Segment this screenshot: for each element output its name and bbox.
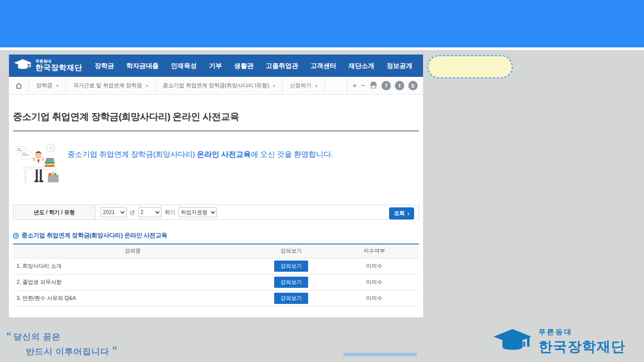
home-icon[interactable] bbox=[9, 77, 29, 94]
blog-icon[interactable]: b bbox=[408, 81, 418, 90]
footer-logo-name: 한국장학재단 bbox=[538, 339, 626, 354]
breadcrumb: 장학금 ▾ 국가근로 및 취업연계 장학금 ▾ 중소기업 취업연계 장학금(희망… bbox=[9, 77, 423, 95]
footer-logo: 푸른등대 한국장학재단 bbox=[491, 327, 626, 357]
chevron-down-icon: ▾ bbox=[146, 84, 148, 88]
completion-status: 미이수 bbox=[330, 290, 419, 306]
facebook-icon[interactable]: f bbox=[381, 81, 391, 90]
menu-scholarship[interactable]: 장학금 bbox=[95, 62, 114, 70]
completion-status: 미이수 bbox=[330, 274, 419, 290]
welcome-message: 중소기업 취업연계 장학금(희망사다리) 온라인 사전교육에 오신 것을 환영합… bbox=[68, 149, 333, 160]
view-lecture-button[interactable]: 강의보기 bbox=[274, 293, 308, 304]
site-header: 푸른등대 한국장학재단 장학금 학자금대출 인재육성 기부 생활관 고졸취업관 … bbox=[9, 55, 423, 77]
quote-close: ” bbox=[112, 345, 117, 357]
col-completion: 이수여부 bbox=[330, 244, 419, 258]
slide-top-banner bbox=[0, 0, 644, 50]
search-button[interactable]: 조회 › bbox=[389, 207, 414, 219]
breadcrumb-scholarship[interactable]: 장학금 ▾ bbox=[29, 77, 66, 94]
arrow-right-icon: › bbox=[407, 210, 409, 217]
menu-talent[interactable]: 인재육성 bbox=[171, 62, 197, 70]
footer-logo-tagline: 푸른등대 bbox=[538, 328, 626, 337]
slide-slogan: “ 당신의 꿈은 반드시 이루어집니다 ” bbox=[6, 329, 116, 359]
section-title: 중소기업 취업연계 장학금(희망사다리) 온라인 사전교육 bbox=[21, 232, 167, 240]
lecture-table: 강의명 강의보기 이수여부 1. 희망사다리 소개 강의보기 미이수 2. 졸업… bbox=[13, 244, 419, 307]
year-select[interactable]: 2021 bbox=[101, 207, 127, 217]
site-logo[interactable]: 푸른등대 한국장학재단 bbox=[9, 58, 87, 73]
lecture-name: 2. 졸업생 의무사항 bbox=[13, 274, 253, 290]
desk-illustration bbox=[15, 140, 62, 188]
font-zoom-in-button[interactable]: + bbox=[352, 82, 357, 89]
menu-hs-employment[interactable]: 고졸취업관 bbox=[266, 62, 298, 70]
table-header-row: 강의명 강의보기 이수여부 bbox=[13, 244, 419, 258]
breadcrumb-sme-scholarship[interactable]: 중소기업 취업연계 장학금(희망사다리 Ⅰ유형) ▾ bbox=[156, 77, 283, 94]
col-lecture-name: 강의명 bbox=[13, 244, 253, 258]
menu-student-loan[interactable]: 학자금대출 bbox=[126, 62, 159, 70]
filter-form: 년도 / 학기 / 유형 2021 년 2 학기 취업지원형 조회 › bbox=[13, 205, 419, 220]
footer-logo-text: 푸른등대 한국장학재단 bbox=[538, 328, 626, 356]
logo-name: 한국장학재단 bbox=[35, 63, 82, 72]
col-view-lecture: 강의보기 bbox=[253, 244, 330, 258]
year-unit-label: 년 bbox=[130, 209, 135, 216]
view-lecture-button[interactable]: 강의보기 bbox=[274, 277, 308, 288]
bullet-icon bbox=[13, 233, 19, 239]
table-row: 3. 반환/환수 사유와 Q&A 강의보기 미이수 bbox=[13, 290, 419, 306]
breadcrumb-apply[interactable]: 신청하기 ▾ bbox=[283, 77, 325, 94]
menu-donation[interactable]: 기부 bbox=[209, 62, 222, 70]
type-select[interactable]: 취업지원형 bbox=[178, 207, 217, 217]
browser-page: 푸른등대 한국장학재단 장학금 학자금대출 인재육성 기부 생활관 고졸취업관 … bbox=[9, 55, 423, 317]
filter-label: 년도 / 학기 / 유형 bbox=[13, 205, 96, 219]
horizontal-scrollbar[interactable] bbox=[343, 353, 417, 356]
menu-customer-center[interactable]: 고객센터 bbox=[310, 62, 336, 70]
section-heading: 중소기업 취업연계 장학금(희망사다리) 온라인 사전교육 bbox=[13, 232, 419, 244]
menu-dormitory[interactable]: 생활관 bbox=[234, 62, 254, 70]
menu-about[interactable]: 재단소개 bbox=[348, 62, 374, 70]
page-tools: + − f t b bbox=[347, 77, 423, 94]
filter-fields: 2021 년 2 학기 취업지원형 bbox=[96, 207, 217, 217]
chevron-down-icon: ▾ bbox=[315, 84, 318, 88]
view-lecture-button[interactable]: 강의보기 bbox=[274, 261, 308, 272]
graduation-cap-icon bbox=[491, 327, 534, 357]
chevron-down-icon: ▾ bbox=[56, 84, 59, 88]
semester-unit-label: 학기 bbox=[165, 209, 175, 216]
main-menu: 장학금 학자금대출 인재육성 기부 생활관 고졸취업관 고객센터 재단소개 정보… bbox=[87, 62, 423, 70]
chevron-down-icon: ▾ bbox=[273, 84, 275, 88]
semester-select[interactable]: 2 bbox=[138, 207, 161, 217]
quote-open: “ bbox=[6, 330, 11, 342]
site-logo-text: 푸른등대 한국장학재단 bbox=[35, 59, 82, 72]
lecture-name: 1. 희망사다리 소개 bbox=[13, 258, 253, 274]
breadcrumb-work-scholarship[interactable]: 국가근로 및 취업연계 장학금 ▾ bbox=[66, 77, 156, 94]
menu-disclosure[interactable]: 정보공개 bbox=[386, 62, 412, 70]
graduation-cap-icon bbox=[13, 58, 32, 73]
completion-status: 미이수 bbox=[330, 258, 419, 274]
twitter-icon[interactable]: t bbox=[395, 81, 404, 90]
highlight-annotation-pill bbox=[427, 55, 513, 79]
print-icon[interactable] bbox=[369, 81, 377, 90]
table-row: 1. 희망사다리 소개 강의보기 미이수 bbox=[13, 258, 419, 274]
font-zoom-out-button[interactable]: − bbox=[361, 82, 365, 89]
table-row: 2. 졸업생 의무사항 강의보기 미이수 bbox=[13, 274, 419, 290]
lecture-name: 3. 반환/환수 사유와 Q&A bbox=[13, 290, 253, 306]
page-content: 중소기업 취업연계 장학금(희망사다리) 온라인 사전교육 bbox=[9, 110, 423, 307]
title-divider bbox=[13, 130, 419, 131]
page-title: 중소기업 취업연계 장학금(희망사다리) 온라인 사전교육 bbox=[13, 110, 419, 123]
welcome-section: 중소기업 취업연계 장학금(희망사다리) 온라인 사전교육에 오신 것을 환영합… bbox=[13, 140, 419, 192]
